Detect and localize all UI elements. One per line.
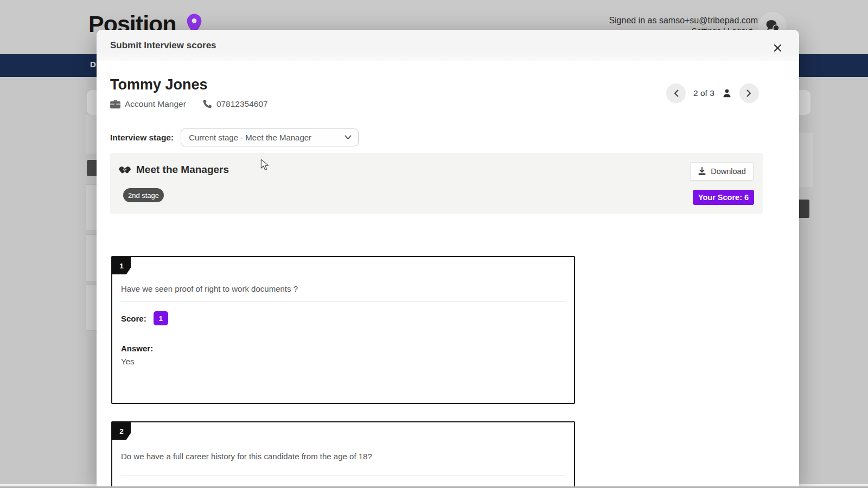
question-card-1: 1 Have we seen proof of right to work do… [111, 256, 575, 404]
background-panel-right [799, 133, 813, 187]
candidate-pager: 2 of 3 [666, 84, 759, 103]
candidate-job-title: Account Manger [125, 99, 186, 109]
close-icon [774, 44, 782, 52]
chevron-left-icon [674, 89, 679, 97]
question-card-2: 2 Do we have a full career history for t… [111, 421, 575, 488]
question-text: Have we seen proof of right to work docu… [121, 284, 298, 293]
download-button[interactable]: Download [690, 162, 754, 181]
phone-icon [202, 99, 212, 109]
interview-stage-label: Interview stage: [110, 133, 174, 143]
next-candidate-button[interactable] [739, 84, 759, 103]
chevron-down-icon [344, 135, 352, 140]
mouse-cursor [259, 159, 270, 171]
background-nav-item: D [90, 60, 96, 69]
question-number-badge: 2 [112, 422, 131, 440]
stage-badge: 2nd stage [123, 188, 164, 202]
interview-stage-row: Interview stage: Current stage - Meet th… [110, 129, 359, 146]
question-text: Do we have a full career history for thi… [121, 452, 372, 461]
score-label: Score: [121, 314, 146, 323]
close-button[interactable] [770, 41, 784, 55]
person-icon [722, 88, 732, 98]
score-value-badge: 1 [154, 311, 168, 325]
score-row: Score: 1 [121, 311, 168, 325]
handshake-icon [118, 165, 131, 175]
candidate-name: Tommy Jones [110, 76, 208, 93]
answer-label: Answer: [121, 344, 153, 353]
divider [121, 301, 565, 302]
interview-stage-selected: Current stage - Meet the Manager [189, 133, 344, 142]
briefcase-icon [110, 100, 120, 109]
candidate-phone: 07812354607 [216, 99, 268, 109]
download-icon [698, 167, 706, 176]
answer-value: Yes [121, 357, 134, 366]
stage-panel-title-row: Meet the Managers [118, 164, 229, 176]
candidate-meta: Account Manger 07812354607 [110, 99, 268, 109]
pager-position: 2 of 3 [693, 88, 714, 98]
previous-candidate-button[interactable] [666, 84, 686, 103]
question-number-badge: 1 [112, 257, 131, 274]
modal-header: Submit Interview scores [97, 30, 799, 61]
interview-stage-select[interactable]: Current stage - Meet the Manager [181, 129, 359, 146]
modal-title: Submit Interview scores [110, 30, 216, 61]
chevron-right-icon [746, 89, 751, 97]
signed-in-status: Signed in as samso+su@tribepad.com [488, 16, 758, 25]
submit-interview-scores-modal: Submit Interview scores Tommy Jones Acco… [97, 30, 799, 488]
stage-panel: Meet the Managers 2nd stage Download You… [110, 153, 763, 214]
your-score-badge: Your Score: 6 [693, 190, 754, 205]
divider [121, 476, 565, 476]
download-label: Download [711, 167, 746, 176]
stage-panel-title: Meet the Managers [136, 164, 229, 176]
